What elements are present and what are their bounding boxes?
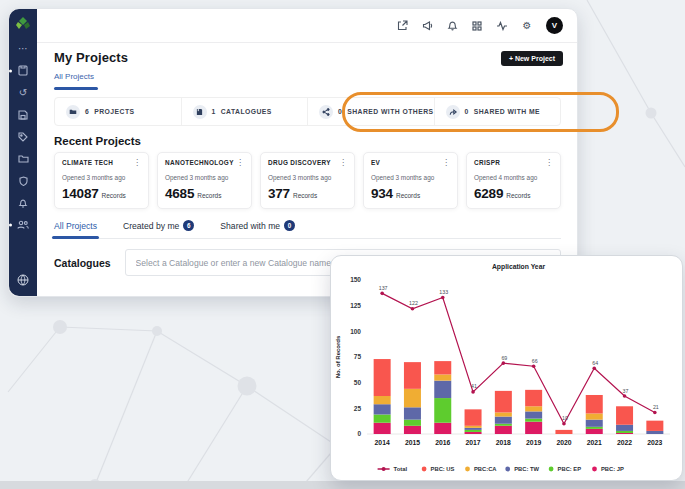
bar-segment[interactable]: [495, 412, 512, 416]
bar-segment[interactable]: [465, 426, 482, 428]
total-line-point[interactable]: [411, 307, 415, 311]
bar-segment[interactable]: [434, 374, 451, 380]
kebab-menu-icon[interactable]: ⋮: [442, 159, 450, 167]
bar-segment[interactable]: [555, 430, 572, 434]
total-line-point[interactable]: [562, 422, 566, 426]
project-opened: Opened 4 months ago: [474, 174, 553, 181]
total-line-point[interactable]: [623, 394, 627, 398]
more-icon[interactable]: ⋯: [16, 42, 30, 55]
project-card-drug-discovery[interactable]: DRUG DISCOVERY⋮ Opened 3 months ago 377R…: [260, 152, 355, 209]
bar-segment[interactable]: [646, 421, 663, 431]
alerts-icon[interactable]: [16, 196, 30, 209]
bar-segment[interactable]: [646, 431, 663, 434]
bar-segment[interactable]: [374, 359, 391, 396]
user-avatar[interactable]: V: [546, 17, 563, 34]
bar-segment[interactable]: [434, 361, 451, 374]
bar-segment[interactable]: [404, 426, 421, 434]
application-year-chart[interactable]: Application YearNo. of Records0255075100…: [331, 256, 682, 480]
bar-segment[interactable]: [525, 390, 542, 406]
total-line-point[interactable]: [532, 364, 536, 368]
legend-item[interactable]: Total: [378, 466, 408, 472]
bar-segment[interactable]: [465, 428, 482, 430]
kebab-menu-icon[interactable]: ⋮: [133, 159, 141, 167]
bar-segment[interactable]: [586, 429, 603, 434]
legend-item[interactable]: PBC: US: [422, 466, 455, 472]
history-icon[interactable]: ↺: [16, 86, 30, 99]
save-icon[interactable]: [16, 108, 30, 121]
bar-segment[interactable]: [465, 409, 482, 425]
bar-segment[interactable]: [374, 404, 391, 414]
kebab-menu-icon[interactable]: ⋮: [339, 159, 347, 167]
total-line-point[interactable]: [441, 296, 445, 300]
total-line-point[interactable]: [592, 366, 596, 370]
bar-segment[interactable]: [586, 413, 603, 419]
bar-segment[interactable]: [495, 424, 512, 426]
bar-segment[interactable]: [586, 427, 603, 429]
tag-icon[interactable]: [16, 130, 30, 143]
tab-created-by-me[interactable]: Created by me 6: [123, 220, 194, 238]
active-indicator-dot: [9, 69, 12, 72]
total-line-point[interactable]: [653, 411, 657, 415]
bar-segment[interactable]: [525, 406, 542, 411]
folder-icon[interactable]: [16, 152, 30, 165]
globe-icon[interactable]: [17, 274, 29, 288]
tab-shared-with-me[interactable]: Shared with me 0: [220, 220, 295, 238]
total-line[interactable]: [382, 293, 655, 423]
legend-item[interactable]: PBC: EP: [549, 466, 582, 472]
legend-item[interactable]: PBC: JP: [592, 466, 624, 472]
bar-segment[interactable]: [525, 422, 542, 434]
project-card-climate-tech[interactable]: CLIMATE TECH⋮ Opened 3 months ago 14087R…: [54, 152, 149, 209]
bar-segment[interactable]: [404, 420, 421, 426]
bar-segment[interactable]: [616, 433, 633, 434]
activity-icon[interactable]: [496, 20, 508, 32]
bar-segment[interactable]: [616, 425, 633, 431]
announcement-icon[interactable]: [421, 20, 433, 32]
bar-segment[interactable]: [434, 381, 451, 398]
project-card-ev[interactable]: EV⋮ Opened 3 months ago 934Records: [363, 152, 458, 209]
bar-segment[interactable]: [525, 411, 542, 418]
export-icon[interactable]: [396, 20, 408, 32]
total-line-point[interactable]: [471, 390, 475, 394]
project-card-crispr[interactable]: CRISPR⋮ Opened 4 months ago 6289Records: [466, 152, 561, 209]
bar-segment[interactable]: [374, 396, 391, 404]
kebab-menu-icon[interactable]: ⋮: [545, 159, 553, 167]
stat-shared-with-me[interactable]: 0 SHARED WITH ME: [434, 98, 561, 125]
projects-icon[interactable]: [16, 64, 30, 77]
kebab-menu-icon[interactable]: ⋮: [236, 159, 244, 167]
bar-segment[interactable]: [586, 395, 603, 413]
subtab-all-projects[interactable]: All Projects: [54, 72, 94, 81]
bar-segment[interactable]: [495, 426, 512, 434]
legend-item[interactable]: PBC:CA: [465, 466, 497, 472]
new-project-button[interactable]: + New Project: [501, 51, 563, 66]
bar-segment[interactable]: [404, 407, 421, 419]
bar-segment[interactable]: [434, 398, 451, 423]
total-line-point[interactable]: [502, 361, 506, 365]
bar-segment[interactable]: [616, 431, 633, 433]
bar-segment[interactable]: [404, 389, 421, 407]
shield-icon[interactable]: [16, 174, 30, 187]
app-logo-icon[interactable]: [15, 16, 31, 32]
bar-segment[interactable]: [495, 391, 512, 413]
notifications-icon[interactable]: [446, 20, 458, 32]
total-line-point[interactable]: [380, 292, 384, 296]
settings-icon[interactable]: ⚙: [521, 20, 533, 32]
bar-segment[interactable]: [374, 414, 391, 422]
legend-item[interactable]: PBC: TW: [505, 466, 539, 472]
tab-all-projects[interactable]: All Projects: [54, 220, 97, 238]
bar-segment[interactable]: [374, 423, 391, 434]
bar-segment[interactable]: [586, 420, 603, 427]
bar-segment[interactable]: [434, 423, 451, 434]
stat-shared-with-others[interactable]: 0 SHARED WITH OTHERS: [307, 98, 434, 125]
apps-grid-icon[interactable]: [471, 20, 483, 32]
bar-segment[interactable]: [495, 417, 512, 424]
bar-segment[interactable]: [404, 362, 421, 389]
project-card-nanotechnology[interactable]: NANOTECHNOLOGY⋮ Opened 3 months ago 4685…: [157, 152, 252, 209]
stat-projects[interactable]: 6 PROJECTS: [55, 98, 181, 125]
bar-segment[interactable]: [465, 430, 482, 432]
bar-segment[interactable]: [465, 432, 482, 434]
bar-segment[interactable]: [616, 406, 633, 424]
y-tick-label: 75: [354, 353, 362, 360]
users-icon[interactable]: [16, 218, 30, 231]
stat-catalogues[interactable]: 1 CATALOGUES: [181, 98, 308, 125]
bar-segment[interactable]: [525, 419, 542, 422]
